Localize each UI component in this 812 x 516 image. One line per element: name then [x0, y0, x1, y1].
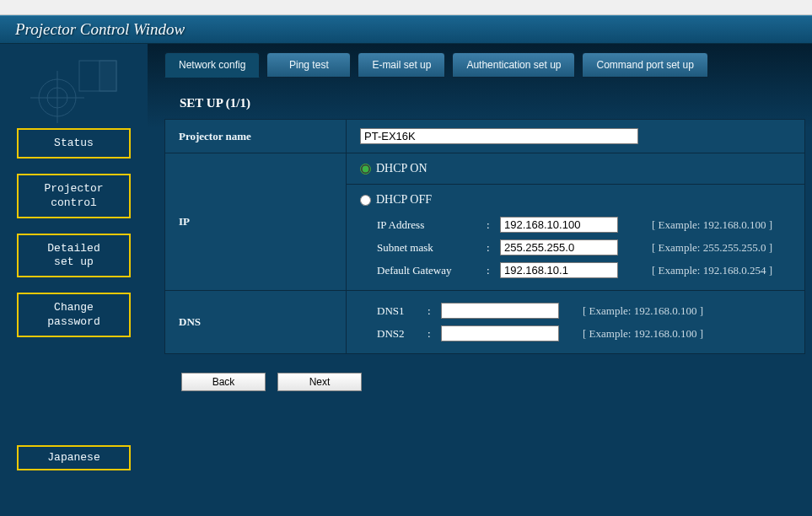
content-area: Network config Ping test E-mail set up A… [148, 44, 812, 511]
dns2-input[interactable] [441, 325, 559, 341]
subnet-example: [ Example: 255.255.255.0 ] [626, 241, 772, 255]
crosshair-icon [0, 52, 148, 128]
sidebar: Status Projector control Detailed set up… [0, 44, 148, 511]
sidebar-item-projector-control[interactable]: Projector control [17, 174, 131, 218]
subnet-input[interactable] [500, 239, 618, 255]
tab-network-config[interactable]: Network config [164, 52, 260, 78]
dhcp-off-label: DHCP OFF [376, 193, 432, 207]
next-button[interactable]: Next [277, 373, 362, 391]
browser-topbar [0, 0, 812, 15]
dns1-example: [ Example: 192.168.0.100 ] [567, 304, 703, 318]
tab-ping-test[interactable]: Ping test [266, 52, 351, 78]
title-band: Projector Control Window [0, 15, 812, 44]
dns1-input[interactable] [441, 303, 559, 319]
sidebar-item-detailed-setup[interactable]: Detailed set up [17, 234, 131, 278]
ip-address-input[interactable] [500, 217, 618, 233]
dhcp-on-label: DHCP ON [376, 162, 428, 175]
tab-authentication-setup[interactable]: Authentication set up [452, 52, 575, 78]
projector-name-label: Projector name [165, 120, 347, 153]
sidebar-item-language[interactable]: Japanese [17, 445, 131, 470]
gateway-example: [ Example: 192.168.0.254 ] [626, 264, 772, 277]
dns1-label: DNS1 [377, 304, 419, 318]
dhcp-on-radio[interactable] [360, 164, 371, 175]
svg-rect-5 [99, 61, 116, 91]
gateway-input[interactable] [500, 262, 618, 278]
settings-table: Projector name IP DHCP ON [164, 119, 805, 354]
dns2-label: DNS2 [377, 327, 419, 341]
tab-email-setup[interactable]: E-mail set up [358, 52, 445, 78]
dns2-example: [ Example: 192.168.0.100 ] [567, 327, 703, 341]
window-title: Projector Control Window [15, 20, 185, 39]
back-button[interactable]: Back [181, 373, 266, 391]
page-heading: SET UP (1/1) [156, 78, 812, 119]
ip-address-label: IP Address [377, 218, 478, 232]
gateway-label: Default Gateway [377, 264, 478, 277]
projector-name-input[interactable] [360, 128, 638, 144]
tab-command-port-setup[interactable]: Command port set up [582, 52, 707, 78]
subnet-label: Subnet mask [377, 241, 478, 255]
dhcp-off-radio[interactable] [360, 195, 371, 206]
dns-label: DNS [165, 291, 347, 354]
ip-label: IP [165, 153, 347, 291]
sidebar-item-status[interactable]: Status [17, 128, 131, 159]
tabs: Network config Ping test E-mail set up A… [156, 52, 812, 78]
ip-address-example: [ Example: 192.168.0.100 ] [626, 218, 772, 232]
sidebar-item-change-password[interactable]: Change password [17, 293, 131, 337]
